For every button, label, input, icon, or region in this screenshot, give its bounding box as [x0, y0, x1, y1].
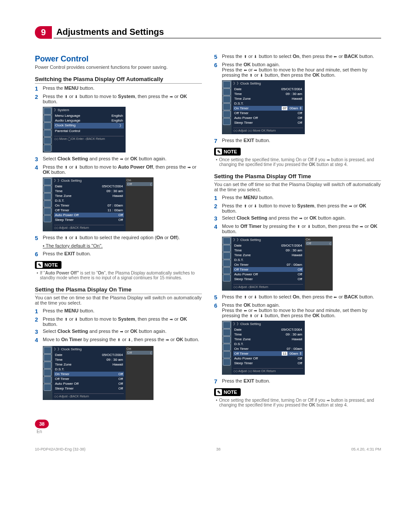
arrow-right-icon — [120, 329, 123, 334]
section-intro: Power Control provides convenient functi… — [35, 64, 202, 70]
arrow-down-icon — [260, 72, 263, 78]
step-text: Press the or button to select the requir… — [43, 235, 202, 241]
arrow-down-icon — [260, 313, 263, 318]
arrow-left-icon — [244, 67, 247, 72]
step-text: Move to On Timer by pressing the or , th… — [43, 337, 202, 343]
footer-meta: 10-PDP42A3HD-Eng (32-38) 38 05.4.20, 4:3… — [35, 447, 381, 451]
step-text: Press the EXIT button. — [222, 138, 381, 144]
osd-clock-menu: 》》Clock Setting Date05/OCT/2004 Time09 :… — [222, 237, 381, 291]
arrow-right-icon — [360, 224, 363, 229]
arrow-right-icon — [188, 164, 191, 169]
step-text: Press the or button to select On, then p… — [222, 294, 381, 301]
subsection-title: Setting the Plasma Display Off Time — [214, 173, 381, 181]
step-text: Select Clock Setting and press the or OK… — [222, 215, 381, 222]
osd-clock-menu: 》》Clock Setting Date05/OCT/2004 Time09 :… — [222, 80, 381, 134]
chapter-number: 9 — [35, 26, 52, 39]
note-box: ✎NOTE •Once setting the specified time, … — [214, 388, 381, 407]
pencil-icon: ✎ — [216, 149, 222, 155]
arrow-right-icon — [299, 215, 303, 220]
arrow-right-icon — [327, 398, 330, 403]
step-text: Press the MENU button. — [222, 195, 381, 201]
pencil-icon: ✎ — [216, 389, 222, 395]
osd-system-menu: 》System Menu LanguageEnglish Audio Langu… — [43, 107, 202, 152]
osd-clock-menu: 》》Clock Setting Date05/OCT/2004 Time09 :… — [222, 321, 381, 375]
subsection-title: Switching the Plasma Display Off Automat… — [35, 76, 202, 84]
arrow-up-icon — [65, 316, 68, 322]
chapter-header: 9 Adjustments and Settings — [35, 26, 381, 39]
step-text: Press the or button to select On, then p… — [222, 54, 381, 60]
section-title: Power Control — [35, 54, 202, 64]
step-text: Select Clock Setting and press the or OK… — [43, 156, 202, 163]
osd-clock-menu: 》》Clock Setting Date05/OCT/2004 Time09 :… — [43, 346, 202, 400]
arrow-right-icon — [327, 157, 330, 162]
note-box: ✎NOTE •If "Auto Power Off" is set to "On… — [35, 261, 202, 280]
step-text: Press the or button to move to System, t… — [43, 94, 202, 104]
arrow-up-icon — [244, 294, 247, 299]
arrow-up-icon — [244, 203, 247, 208]
step-text: Select Clock Setting and press the or OK… — [43, 329, 202, 335]
default-note: • The factory default is "On". — [43, 243, 202, 248]
chapter-title: Adjustments and Settings — [54, 27, 381, 38]
osd-clock-menu: 》》Clock Setting Date05/OCT/2004 Time09 :… — [43, 177, 202, 231]
arrow-right-icon — [166, 337, 169, 342]
arrow-right-icon — [170, 316, 173, 322]
arrow-up-icon — [65, 235, 68, 240]
arrow-up-icon — [297, 224, 300, 229]
note-box: ✎NOTE •Once setting the specified time, … — [214, 148, 381, 167]
step-text: Press the EXIT button. — [222, 378, 381, 385]
step-text: Press the OK button again.Press the or b… — [222, 62, 381, 78]
step-text: Press the OK button again.Press the or b… — [222, 302, 381, 318]
step-text: Press the MENU button. — [43, 308, 202, 315]
arrow-right-icon — [120, 156, 123, 161]
pencil-icon: ✎ — [37, 262, 43, 268]
step-text: Press the MENU button. — [43, 85, 202, 92]
arrow-up-icon — [249, 313, 253, 318]
page-badge: 38 En — [35, 420, 381, 434]
step-text: Press the or button to move to System, t… — [222, 203, 381, 213]
step-text: Move to Off Timer by pressing the or but… — [222, 224, 381, 234]
arrow-up-icon — [117, 337, 121, 342]
arrow-right-icon — [349, 203, 352, 208]
arrow-down-icon — [307, 224, 311, 229]
subsection-intro: You can set the off time so that the Pla… — [214, 182, 381, 192]
step-text: Press the EXIT button. — [43, 251, 202, 258]
arrow-up-icon — [244, 54, 247, 59]
step-text: Press the or button to move to Auto Powe… — [43, 164, 202, 175]
arrow-right-icon — [170, 94, 173, 99]
arrow-left-icon — [244, 308, 247, 313]
arrow-down-icon — [128, 337, 131, 342]
subsection-intro: You can set the on time so that the Plas… — [35, 295, 202, 305]
arrow-up-icon — [65, 164, 68, 169]
page-lang: En — [37, 429, 381, 434]
arrow-up-icon — [249, 72, 253, 78]
step-text: Press the or button to move to System, t… — [43, 316, 202, 327]
page-number: 38 — [35, 420, 49, 428]
subsection-title: Setting the Plasma Display On Time — [35, 286, 202, 294]
arrow-up-icon — [65, 94, 68, 99]
